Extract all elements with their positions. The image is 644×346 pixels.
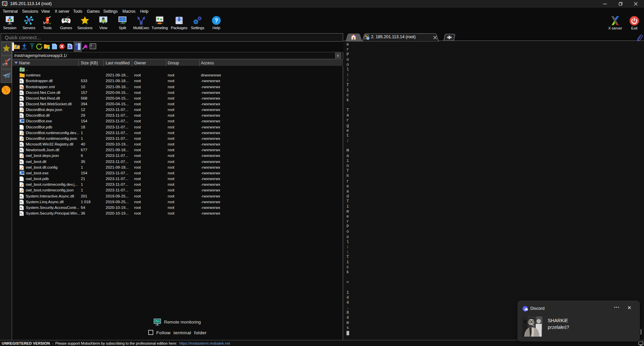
svg-text:?: ?: [215, 17, 218, 24]
svg-text:A: A: [68, 45, 71, 49]
